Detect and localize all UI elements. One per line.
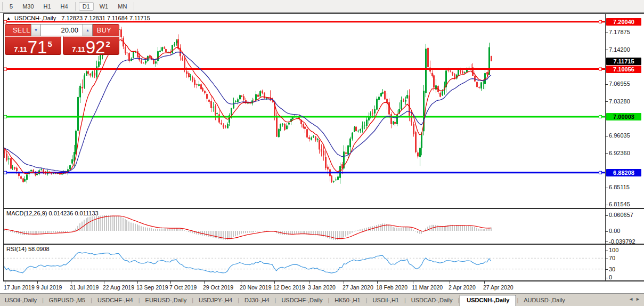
chart-title: ▲ USDCNH-,Daily 7.12823 7.12831 7.11684 … [6,15,150,21]
sell-price-prefix: 7.11 [14,45,27,53]
volume-spinner: ▼ 20.00 ▲ [31,24,93,36]
sell-price-sup: 5 [47,39,52,49]
price-axis-tick: 6.85115 [606,184,630,191]
macd-axis-tick: 0.00 [606,228,620,235]
price-axis-tick: 7.03280 [606,98,630,105]
volume-increase-icon[interactable]: ▲ [83,24,93,36]
ohlc-values: 7.12823 7.12831 7.11684 7.11715 [61,15,150,21]
price-axis-tick: 7.14200 [606,46,630,53]
rsi-axis-tick: 0 [606,274,612,281]
level-badge-resistance: 7.20040 [606,18,641,26]
trading-terminal: 5M30H1H4D1W1MN 17 Jun 20199 Jul 201931 J… [0,0,644,306]
price-axis-tick: 7.06955 [606,80,630,87]
macd-label: MACD(12,26,9) 0.014236 0.011133 [6,210,99,216]
level-badge-support-blue: 6.88208 [606,169,641,176]
buy-label: BUY [97,27,111,34]
buy-price-big: 92 [86,39,105,55]
collapse-panel-icon[interactable]: ▲ [6,16,11,21]
price-axis-tick: 6.81545 [606,201,630,208]
rsi-axis-tick: 100 [606,247,618,254]
macd-axis-tick: 0.060657 [606,212,633,219]
buy-price: 7.11 92 2 [63,37,119,55]
level-badge-support-green: 7.00003 [606,113,641,120]
price-axis-tick: 6.92360 [606,150,630,157]
sell-label: SELL [13,27,30,34]
rsi-label: RSI(14) 58.0908 [6,246,50,252]
current-price-badge: 7.11715 [606,58,641,65]
volume-decrease-icon[interactable]: ▼ [31,24,41,36]
one-click-trading-widget: SELL 7.11 71 5 BUY 7.11 92 2 ▼ 20.00 ▲ [5,24,119,55]
rsi-axis-tick: 70 [606,255,615,262]
price-axis-tick: 6.96035 [606,132,630,139]
rsi-axis-tick: 30 [606,266,615,273]
buy-price-prefix: 7.11 [72,45,85,53]
macd-axis-tick: -0.039792 [606,238,635,245]
volume-input[interactable]: 20.00 [41,24,83,36]
symbol-period-label: USDCNH-,Daily [14,15,56,21]
sell-price-big: 71 [28,39,47,55]
sell-price: 7.11 71 5 [5,37,61,55]
level-badge-order: 7.10056 [606,66,641,73]
buy-price-sup: 2 [105,39,110,49]
price-axis-tick: 7.17875 [606,29,630,36]
